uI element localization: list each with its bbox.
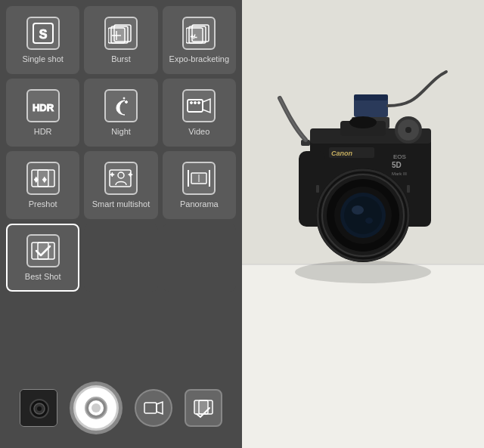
gallery-button[interactable] [185,389,222,427]
svg-marker-15 [203,99,210,113]
burst-icon [104,17,138,50]
mode-expo-bracketing[interactable]: +/- Expo-bracketing [163,6,236,74]
mode-smart-multishot[interactable]: ✦ ✦ Smart multishot [84,151,157,219]
mode-label-night: Night [111,127,131,137]
camera-preview-panel: Canon EOS 5D Mark III [242,0,484,448]
hdr-icon: HDR [26,89,60,122]
gallery-icon [193,397,214,419]
svg-point-76 [295,261,431,283]
mode-label-smart-multishot: Smart multishot [92,199,150,209]
camera-scene-svg: Canon EOS 5D Mark III [242,0,484,448]
svg-point-17 [194,102,197,104]
svg-text:5D: 5D [392,161,402,169]
mode-label-panorama: Panorama [180,199,219,209]
svg-point-64 [352,205,364,215]
mode-empty-2 [163,224,236,292]
mode-hdr[interactable]: HDR HDR [6,79,79,147]
video-mode-button[interactable] [135,389,172,427]
svg-point-65 [365,218,373,224]
svg-text:✦: ✦ [128,171,133,178]
camera-bottom-bar [6,374,236,442]
video-icon [182,89,216,122]
expo-bracketing-icon: +/- [182,17,216,50]
mode-label-single-shot: Single shot [22,54,63,64]
smart-multishot-icon: ✦ ✦ [104,162,138,195]
svg-point-18 [198,102,200,104]
mode-video[interactable]: Video [163,79,236,147]
svg-text:HDR: HDR [33,102,54,113]
svg-point-63 [344,196,382,234]
mode-label-expo: Expo-bracketing [169,54,230,64]
mode-best-shot[interactable]: Best Shot [6,224,79,292]
single-shot-icon: S [26,17,60,50]
panorama-icon [182,162,216,195]
svg-rect-68 [316,185,319,193]
svg-point-57 [349,116,377,128]
svg-rect-40 [144,403,157,413]
svg-text:EOS: EOS [393,153,406,160]
svg-rect-69 [407,185,410,193]
svg-text:+/-: +/- [191,34,197,39]
best-shot-icon [26,234,60,267]
svg-text:Canon: Canon [331,150,353,157]
svg-rect-45 [242,264,484,448]
svg-point-39 [92,403,101,412]
camera-shutter-icon [82,394,110,422]
mode-burst[interactable]: Burst [84,6,157,74]
svg-rect-55 [354,94,388,100]
capture-button-wrap[interactable] [70,382,123,434]
mode-empty-1 [84,224,157,292]
camera-mode-panel: S Single shot Burst [0,0,242,448]
svg-text:S: S [39,28,47,41]
svg-point-52 [405,127,411,133]
mode-single-shot[interactable]: S Single shot [6,6,79,74]
svg-text:♦: ♦ [34,175,39,184]
mode-label-video: Video [188,127,209,137]
mode-label-preshot: Preshot [29,199,57,209]
svg-point-36 [37,406,42,411]
camera-thumbnail[interactable] [20,389,57,427]
mode-label-best-shot: Best Shot [25,272,61,282]
mode-label-burst: Burst [111,54,131,64]
svg-point-13 [123,97,125,99]
night-icon [104,89,138,122]
mode-preshot[interactable]: ♦ ♦ Preshot [6,151,79,219]
thumbnail-preview [20,390,57,426]
svg-text:Mark III: Mark III [392,171,407,176]
capture-button[interactable] [73,385,119,431]
svg-text:♦: ♦ [42,175,47,184]
mode-panorama[interactable]: Panorama [163,151,236,219]
svg-point-12 [125,101,127,104]
preshot-icon: ♦ ♦ [26,162,60,195]
camera-photo: Canon EOS 5D Mark III [242,0,484,448]
svg-text:✦: ✦ [110,171,115,178]
svg-rect-54 [354,98,388,117]
svg-point-16 [191,102,193,104]
mode-night[interactable]: Night [84,79,157,147]
video-mode-icon [143,397,164,419]
mode-grid: S Single shot Burst [6,6,236,292]
svg-marker-41 [157,402,163,414]
mode-label-hdr: HDR [34,127,52,137]
